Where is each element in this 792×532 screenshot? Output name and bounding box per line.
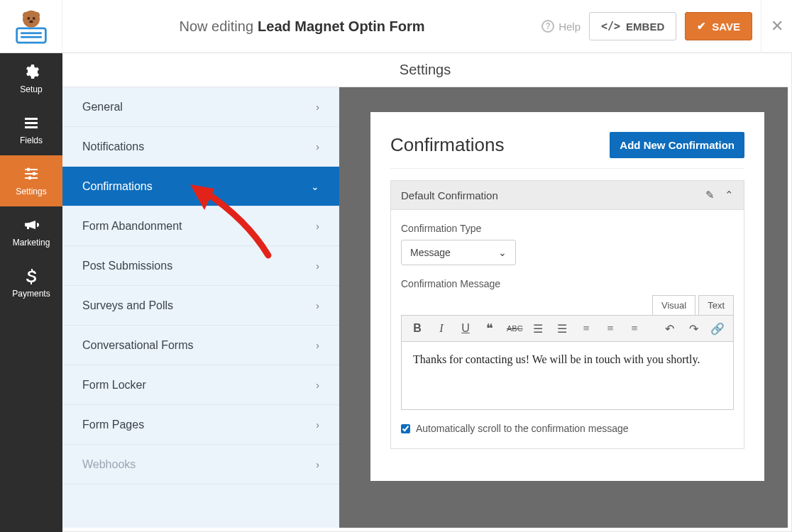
subnav-conversational-forms[interactable]: Conversational Forms› — [62, 326, 339, 365]
svg-point-5 — [29, 21, 33, 23]
close-button[interactable]: ✕ — [761, 0, 792, 53]
wpforms-logo — [0, 0, 62, 53]
quote-button[interactable]: ❝ — [483, 321, 497, 336]
svg-point-16 — [33, 172, 36, 176]
bullhorn-icon — [23, 216, 40, 233]
confirmation-type-label: Confirmation Type — [401, 223, 734, 234]
svg-rect-11 — [25, 126, 38, 128]
subnav-general[interactable]: General› — [62, 87, 339, 127]
settings-header: Settings — [62, 53, 788, 87]
page-title: Now editing Lead Magnet Optin Form — [62, 18, 541, 35]
align-right-button[interactable]: ≡ — [627, 322, 642, 335]
subnav-post-submissions[interactable]: Post Submissions› — [62, 246, 339, 286]
add-confirmation-button[interactable]: Add New Confirmation — [610, 132, 744, 158]
embed-button[interactable]: </> EMBED — [589, 12, 676, 40]
chevron-right-icon: › — [316, 340, 319, 351]
collapse-icon[interactable]: ⌃ — [725, 189, 734, 201]
chevron-down-icon: ⌄ — [498, 247, 507, 258]
confirmation-message-label: Confirmation Message — [401, 278, 734, 289]
editor-tab-visual[interactable]: Visual — [652, 295, 695, 315]
close-icon: ✕ — [771, 17, 783, 35]
strike-button[interactable]: ABC — [507, 324, 521, 333]
autoscroll-option[interactable]: Automatically scroll to the confirmation… — [401, 423, 734, 434]
editor-toolbar: B I U ❝ ABC ☰ ☰ ≡ ≡ ≡ ↶ ↷ 🔗 — [401, 315, 734, 342]
save-button[interactable]: ✔ SAVE — [685, 12, 752, 40]
align-center-button[interactable]: ≡ — [603, 322, 617, 335]
edit-icon[interactable]: ✎ — [705, 189, 715, 201]
ul-button[interactable]: ☰ — [531, 322, 545, 336]
undo-button[interactable]: ↶ — [662, 322, 676, 336]
help-icon: ? — [541, 20, 554, 33]
chevron-right-icon: › — [316, 101, 319, 113]
svg-point-4 — [32, 17, 35, 20]
editor-tab-text[interactable]: Text — [698, 295, 734, 315]
chevron-right-icon: › — [316, 379, 319, 391]
svg-rect-6 — [16, 28, 45, 43]
gear-icon — [23, 63, 40, 80]
embed-icon: </> — [601, 20, 620, 33]
svg-rect-10 — [25, 122, 38, 124]
panel-title: Confirmations — [390, 134, 504, 156]
chevron-right-icon: › — [316, 419, 319, 431]
chevron-right-icon: › — [316, 141, 319, 153]
svg-point-15 — [27, 168, 31, 172]
editing-prefix: Now editing — [180, 18, 254, 35]
svg-point-17 — [28, 177, 32, 180]
rail-settings[interactable]: Settings — [0, 155, 62, 206]
chevron-right-icon: › — [316, 221, 319, 232]
chevron-down-icon: ⌄ — [311, 181, 319, 192]
rail-marketing[interactable]: Marketing — [0, 206, 62, 257]
rail-setup[interactable]: Setup — [0, 53, 62, 104]
subnav-notifications[interactable]: Notifications› — [62, 127, 339, 167]
confirmation-type-select[interactable]: Message ⌄ — [401, 240, 516, 265]
rail-fields[interactable]: Fields — [0, 104, 62, 155]
svg-rect-9 — [25, 118, 38, 120]
link-button[interactable]: 🔗 — [710, 322, 725, 336]
form-name: Lead Magnet Optin Form — [258, 18, 425, 35]
subnav-form-abandonment[interactable]: Form Abandonment› — [62, 206, 339, 246]
align-left-button[interactable]: ≡ — [579, 322, 593, 335]
rail-payments[interactable]: Payments — [0, 257, 62, 309]
bold-button[interactable]: B — [410, 322, 424, 335]
dollar-icon — [23, 267, 40, 284]
card-title: Default Confirmation — [401, 189, 498, 201]
subnav-form-locker[interactable]: Form Locker› — [62, 365, 339, 405]
help-link[interactable]: ? Help — [541, 20, 581, 33]
italic-button[interactable]: I — [434, 322, 449, 335]
list-icon — [23, 114, 40, 131]
svg-point-3 — [27, 17, 30, 20]
subnav-surveys-polls[interactable]: Surveys and Polls› — [62, 286, 339, 326]
chevron-right-icon: › — [316, 300, 319, 311]
sliders-icon — [23, 165, 40, 182]
autoscroll-checkbox[interactable] — [401, 424, 410, 433]
svg-rect-7 — [21, 32, 42, 34]
settings-subnav: General› Notifications› Confirmations⌄ F… — [62, 87, 339, 528]
svg-rect-8 — [21, 36, 42, 38]
subnav-form-pages[interactable]: Form Pages› — [62, 405, 339, 445]
confirmation-card-header[interactable]: Default Confirmation ✎ ⌃ — [390, 180, 744, 210]
redo-button[interactable]: ↷ — [686, 322, 700, 336]
underline-button[interactable]: U — [458, 322, 473, 335]
subnav-confirmations[interactable]: Confirmations⌄ — [62, 167, 339, 206]
confirmation-message-editor[interactable]: Thanks for contacting us! We will be in … — [401, 342, 734, 410]
ol-button[interactable]: ☰ — [555, 322, 569, 336]
chevron-right-icon: › — [316, 459, 319, 470]
subnav-webhooks[interactable]: Webhooks› — [62, 445, 339, 484]
chevron-right-icon: › — [316, 260, 319, 272]
check-icon: ✔ — [697, 20, 706, 33]
